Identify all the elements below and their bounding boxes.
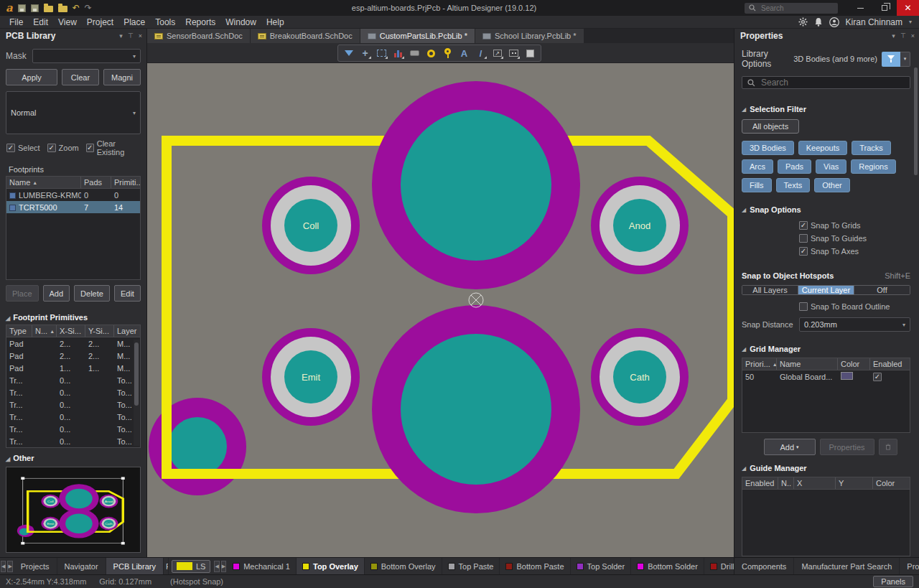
collapse-icon[interactable]: ◢ [6, 456, 10, 462]
save-all-icon[interactable] [31, 4, 39, 12]
tab-school-library[interactable]: School Library.PcbLib * [475, 29, 584, 43]
filter-icon[interactable] [341, 46, 356, 60]
guide-col-x[interactable]: X [794, 477, 836, 489]
menu-file[interactable]: File [4, 17, 28, 28]
primitive-row[interactable]: Tr...0...To... [6, 398, 140, 411]
save-icon[interactable] [18, 4, 26, 12]
menu-project[interactable]: Project [82, 17, 118, 28]
filter-vias[interactable]: Vias [816, 159, 846, 174]
snap-to-grids-checkbox[interactable]: Snap To Grids [799, 221, 910, 230]
grid-delete-button[interactable] [879, 439, 897, 455]
move-icon[interactable]: + [358, 46, 373, 60]
panel-tabs-scroll-right-icon[interactable]: ▶ [7, 561, 12, 572]
panel-tab-truncated[interactable]: P [164, 558, 169, 574]
add-button[interactable]: Add [43, 285, 70, 302]
menu-place[interactable]: Place [118, 17, 150, 28]
filter-texts[interactable]: Texts [776, 178, 811, 192]
grid-col-enabled[interactable]: Enabled [870, 358, 910, 370]
filter-fills[interactable]: Fills [742, 178, 772, 192]
footprint-row[interactable]: LUMBERG-KRM08 0 0 [6, 189, 140, 201]
menu-reports[interactable]: Reports [180, 17, 220, 28]
polygon-region-icon[interactable] [506, 46, 521, 60]
search-input[interactable] [760, 4, 828, 13]
segment-off[interactable]: Off [854, 286, 910, 294]
snap-distance-dropdown[interactable]: 0.203mm ▾ [799, 317, 910, 332]
collapse-icon[interactable]: ◢ [6, 315, 10, 322]
restore-button[interactable] [872, 0, 897, 16]
component-icon[interactable] [407, 46, 422, 60]
guide-col-name[interactable]: N.. [778, 477, 794, 489]
panel-close-icon[interactable]: × [911, 32, 915, 39]
tab-components[interactable]: Components [734, 558, 794, 575]
primitive-row[interactable]: Pad2...2...M... [6, 350, 140, 362]
close-button[interactable]: ✕ [897, 0, 919, 16]
settings-gear-icon[interactable] [798, 17, 808, 27]
filter-icon[interactable] [882, 52, 900, 67]
filter-tracks[interactable]: Tracks [852, 141, 891, 155]
minimize-button[interactable] [848, 0, 872, 16]
string-text-icon[interactable]: A [457, 46, 472, 60]
primitive-row[interactable]: Pad2...2...M... [6, 337, 140, 350]
magnify-button[interactable]: Magni [103, 69, 141, 85]
properties-search-box[interactable] [742, 76, 910, 89]
panel-tabs-scroll-left-icon[interactable]: ◀ [1, 561, 6, 572]
prim-col-ysize[interactable]: Y-Si... [85, 325, 114, 337]
undo-icon[interactable]: ↶ [73, 4, 80, 11]
layer-tabs-scroll-left-icon[interactable]: ◀ [214, 561, 219, 572]
prim-col-layer[interactable]: Layer [114, 325, 140, 337]
footprints-col-primitives[interactable]: Primiti... [111, 177, 140, 188]
tab-manufacturer-part-search[interactable]: Manufacturer Part Search [794, 558, 900, 575]
grid-col-color[interactable]: Color [838, 358, 870, 370]
primitive-row[interactable]: Tr...0...To... [6, 374, 140, 386]
menu-tools[interactable]: Tools [150, 17, 180, 28]
grid-color-swatch[interactable] [841, 372, 853, 380]
menu-view[interactable]: View [53, 17, 82, 28]
layer-tab-top-solder[interactable]: Top Solder [571, 558, 632, 574]
redo-icon[interactable]: ↷ [85, 4, 92, 11]
layer-tab-top-paste[interactable]: Top Paste [442, 558, 500, 574]
footprints-col-pads[interactable]: Pads [81, 177, 111, 188]
menu-window[interactable]: Window [220, 17, 261, 28]
user-name[interactable]: Kiran Chinnam [846, 17, 902, 27]
guide-col-enabled[interactable]: Enabled [742, 477, 778, 489]
layer-tab-top-overlay[interactable]: Top Overlay [297, 558, 365, 574]
pcb-canvas[interactable]: Coll Anod Emit Cath [147, 63, 734, 557]
filter-pads[interactable]: Pads [778, 159, 811, 174]
filter-keepouts[interactable]: Keepouts [798, 141, 847, 155]
filter-regions[interactable]: Regions [851, 159, 895, 174]
select-checkbox[interactable]: Select [6, 144, 40, 152]
primitive-row[interactable]: Tr...0...To... [6, 386, 140, 398]
edit-button[interactable]: Edit [114, 285, 141, 302]
layer-tab-bottom-paste[interactable]: Bottom Paste [500, 558, 570, 574]
properties-search-input[interactable] [760, 77, 889, 88]
room-icon[interactable] [523, 46, 538, 60]
guide-col-color[interactable]: Color [873, 477, 910, 489]
panel-tab-pcb-library[interactable]: PCB Library [106, 558, 164, 574]
mask-dropdown[interactable]: ▾ [32, 49, 141, 63]
filter-other[interactable]: Other [814, 178, 850, 192]
collapse-icon[interactable]: ◢ [742, 207, 746, 213]
layer-tab-bottom-overlay[interactable]: Bottom Overlay [365, 558, 442, 574]
panel-menu-icon[interactable]: ▾ [892, 32, 895, 39]
layer-set-button[interactable]: LS [172, 560, 210, 573]
panel-menu-icon[interactable]: ▾ [119, 32, 123, 39]
zoom-checkbox[interactable]: Zoom [47, 144, 79, 152]
segment-all-layers[interactable]: All Layers [742, 286, 798, 294]
primitives-scrollbar[interactable] [134, 340, 139, 446]
clear-button[interactable]: Clear [62, 69, 99, 85]
primitive-row[interactable]: Tr...0...To... [6, 435, 140, 447]
collapse-icon[interactable]: ◢ [742, 106, 746, 113]
panel-close-icon[interactable]: × [139, 32, 142, 39]
snap-to-axes-checkbox[interactable]: Snap To Axes [799, 247, 910, 256]
dimension-icon[interactable]: ↗ [490, 46, 505, 60]
panel-pin-icon[interactable]: ⊤ [128, 32, 134, 39]
panel-tab-navigator[interactable]: Navigator [57, 558, 106, 574]
via-icon[interactable] [440, 46, 455, 60]
tab-custompartslib[interactable]: CustomPartsLib.PcbLib * [360, 29, 475, 43]
all-objects-button[interactable]: All objects [742, 119, 799, 134]
collapse-icon[interactable]: ◢ [742, 346, 746, 353]
panels-button[interactable]: Panels [873, 576, 913, 587]
layer-tab-bottom-solder[interactable]: Bottom Solder [631, 558, 704, 574]
tab-properties[interactable]: Properties [900, 558, 919, 575]
grid-row[interactable]: 50 Global Board... [742, 370, 910, 383]
